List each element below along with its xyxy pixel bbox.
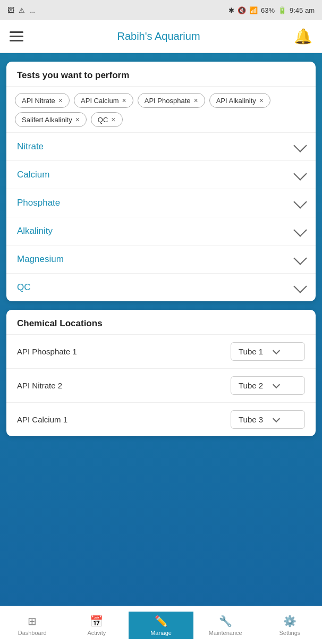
nav-label-settings: Settings <box>279 630 301 636</box>
tag-api-alkalinity[interactable]: API Alkalinity × <box>209 93 270 108</box>
header: Rabih's Aquarium 🔔 <box>0 20 322 53</box>
tag-api-calcium[interactable]: API Calcium × <box>74 93 133 108</box>
accordion-label-qc: QC <box>17 282 31 293</box>
chevron-down-icon <box>293 251 307 265</box>
tube-value-calcium1: Tube 3 <box>239 415 263 424</box>
warning-icon: ⚠ <box>19 6 25 14</box>
tests-card-heading: Tests you want to perform <box>6 62 316 87</box>
accordion-label-nitrate: Nitrate <box>17 141 44 152</box>
main-content: Tests you want to perform API Nitrate × … <box>0 53 322 644</box>
nav-activity[interactable]: 📅 Activity <box>64 612 129 639</box>
chemical-label-nitrate2: API Nitrate 2 <box>17 381 62 390</box>
tag-api-nitrate[interactable]: API Nitrate × <box>15 93 70 108</box>
tag-remove-icon[interactable]: × <box>58 96 63 105</box>
wifi-icon: 📶 <box>249 6 258 14</box>
tag-remove-icon[interactable]: × <box>75 115 80 124</box>
accordion-label-magnesium: Magnesium <box>17 254 64 265</box>
tags-area: API Nitrate × API Calcium × API Phosphat… <box>6 87 316 133</box>
accordion-phosphate[interactable]: Phosphate <box>6 189 316 217</box>
chemical-row-phosphate1: API Phosphate 1 Tube 1 <box>6 335 316 369</box>
chevron-down-icon <box>273 415 280 422</box>
status-right: ✱ 🔇 📶 63% 🔋 9:45 am <box>228 6 315 14</box>
tag-qc[interactable]: QC × <box>91 112 123 127</box>
app-title: Rabih's Aquarium <box>117 30 200 43</box>
bell-icon[interactable]: 🔔 <box>294 28 312 45</box>
accordion-nitrate[interactable]: Nitrate <box>6 133 316 161</box>
tag-label: API Alkalinity <box>216 97 256 105</box>
chemical-row-nitrate2: API Nitrate 2 Tube 2 <box>6 369 316 403</box>
tube-select-calcium1[interactable]: Tube 3 <box>231 410 305 429</box>
chemical-label-calcium1: API Calcium 1 <box>17 415 67 424</box>
accordion-qc[interactable]: QC <box>6 274 316 301</box>
chemical-label-phosphate1: API Phosphate 1 <box>17 347 77 356</box>
tube-value-phosphate1: Tube 1 <box>239 347 263 356</box>
accordion-alkalinity[interactable]: Alkalinity <box>6 217 316 245</box>
tag-remove-icon[interactable]: × <box>122 96 126 105</box>
nav-label-activity: Activity <box>87 630 106 636</box>
image-icon: 🖼 <box>7 6 14 14</box>
hamburger-icon[interactable] <box>10 31 23 41</box>
tests-card: Tests you want to perform API Nitrate × … <box>6 62 316 301</box>
nav-label-dashboard: Dashboard <box>18 630 47 636</box>
mute-icon: 🔇 <box>238 6 246 14</box>
tag-api-phosphate[interactable]: API Phosphate × <box>138 93 205 108</box>
nav-maintenance[interactable]: 🔧 Maintenance <box>193 612 258 639</box>
dashboard-icon: ⊞ <box>28 615 37 628</box>
tag-remove-icon[interactable]: × <box>194 96 198 105</box>
accordion-magnesium[interactable]: Magnesium <box>6 245 316 274</box>
chevron-down-icon <box>273 381 280 388</box>
chevron-down-icon <box>293 167 307 180</box>
bottom-nav: ⊞ Dashboard 📅 Activity ✏️ Manage 🔧 Maint… <box>0 606 322 644</box>
status-ellipsis: ... <box>29 6 35 14</box>
tube-select-phosphate1[interactable]: Tube 1 <box>231 342 305 361</box>
accordion-label-phosphate: Phosphate <box>17 198 60 208</box>
tube-value-nitrate2: Tube 2 <box>239 381 263 390</box>
bluetooth-icon: ✱ <box>228 6 234 14</box>
nav-settings[interactable]: ⚙️ Settings <box>258 612 322 639</box>
tag-remove-icon[interactable]: × <box>111 115 115 124</box>
tag-label: API Nitrate <box>22 97 55 105</box>
chevron-down-icon <box>293 195 307 208</box>
chevron-down-icon <box>273 347 280 354</box>
manage-icon: ✏️ <box>155 615 168 628</box>
chemical-locations-card: Chemical Locations API Phosphate 1 Tube … <box>6 310 316 436</box>
activity-icon: 📅 <box>90 615 103 628</box>
nav-label-maintenance: Maintenance <box>209 630 242 636</box>
battery-text: 63% <box>261 6 275 14</box>
chevron-down-icon <box>293 223 307 236</box>
tag-label: Salifert Alkalinity <box>22 116 72 124</box>
nav-manage[interactable]: ✏️ Manage <box>129 612 193 639</box>
tag-label: API Calcium <box>81 97 119 105</box>
nav-label-manage: Manage <box>150 630 172 636</box>
tag-label: API Phosphate <box>145 97 191 105</box>
battery-icon: 🔋 <box>278 6 286 14</box>
nav-dashboard[interactable]: ⊞ Dashboard <box>0 612 64 639</box>
tag-label: QC <box>98 116 108 124</box>
tag-salifert-alkalinity[interactable]: Salifert Alkalinity × <box>15 112 87 127</box>
chemical-row-calcium1: API Calcium 1 Tube 3 <box>6 403 316 436</box>
chevron-down-icon <box>293 279 307 293</box>
tag-remove-icon[interactable]: × <box>259 96 264 105</box>
chemical-locations-heading: Chemical Locations <box>6 310 316 335</box>
accordion-calcium[interactable]: Calcium <box>6 161 316 189</box>
accordion-label-calcium: Calcium <box>17 170 49 180</box>
status-bar: 🖼 ⚠ ... ✱ 🔇 📶 63% 🔋 9:45 am <box>0 0 322 20</box>
maintenance-icon: 🔧 <box>219 615 232 628</box>
tube-select-nitrate2[interactable]: Tube 2 <box>231 376 305 395</box>
status-left: 🖼 ⚠ ... <box>7 6 35 14</box>
time-text: 9:45 am <box>290 6 315 14</box>
accordion-label-alkalinity: Alkalinity <box>17 226 53 236</box>
chevron-down-icon <box>293 139 307 152</box>
settings-icon: ⚙️ <box>283 615 296 628</box>
